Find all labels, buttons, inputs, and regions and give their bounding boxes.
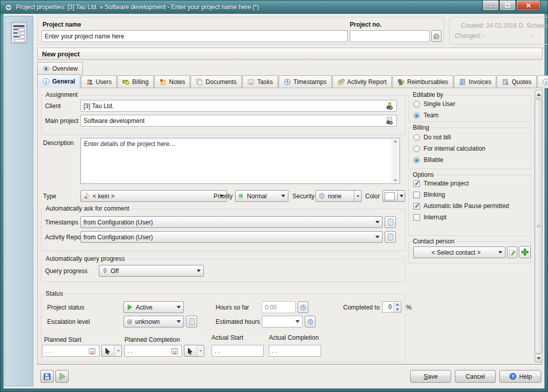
activity-template-button[interactable]	[385, 231, 396, 243]
calendar-icon[interactable]: 12	[88, 347, 96, 355]
add-contact-button[interactable]	[519, 246, 531, 258]
radio-icon[interactable]	[413, 146, 420, 152]
client-field[interactable]: [3] Tau Ltd.	[80, 100, 397, 112]
cancel-button[interactable]: Cancel	[455, 370, 496, 383]
tab-tasks[interactable]: 12 Tasks	[242, 75, 278, 88]
start-timer-button[interactable]	[55, 370, 69, 383]
project-status-dropdown[interactable]: Active	[123, 301, 184, 313]
tab-documents[interactable]: Documents	[191, 75, 242, 88]
progress-legend: Automatically query progress	[44, 255, 127, 262]
completed-spinner[interactable]: 0	[382, 301, 402, 313]
percent-label: %	[406, 304, 412, 311]
timestamps-template-button[interactable]	[385, 216, 396, 228]
scroll-down-icon[interactable]	[393, 179, 397, 182]
estimated-hours-dropdown[interactable]	[262, 316, 303, 327]
generate-number-button[interactable]	[431, 30, 441, 42]
tab-billing[interactable]: Billing	[117, 75, 154, 88]
radio-icon[interactable]	[413, 157, 420, 163]
minimize-button[interactable]	[482, 1, 499, 11]
vertical-scrollbar[interactable]	[534, 90, 543, 363]
escalation-dropdown[interactable]: unknown	[123, 316, 184, 327]
hours-so-far-label: Hours so far	[216, 304, 249, 311]
actual-start-field[interactable]: . .	[212, 345, 264, 357]
help-button[interactable]: ? Help	[499, 370, 541, 383]
security-label: Security	[292, 193, 314, 200]
hours-so-far-input[interactable]: 0:00	[262, 301, 296, 313]
picker-dropdown-arrow[interactable]	[114, 345, 121, 356]
title-bar[interactable]: Project properties: [3] Tau Ltd. » Softw…	[1, 1, 547, 14]
hours-clock-button[interactable]	[298, 301, 308, 313]
project-search-icon[interactable]	[385, 116, 394, 125]
checkbox-icon[interactable]	[413, 192, 420, 198]
radio-single-user[interactable]: Single User	[413, 100, 455, 108]
description-scrollbar[interactable]	[391, 139, 399, 183]
planned-completion-picker-button[interactable]	[184, 345, 204, 357]
main-project-field[interactable]: Software development	[80, 115, 397, 127]
radio-team[interactable]: Team	[413, 112, 438, 119]
checkbox-icon[interactable]	[413, 203, 420, 210]
maximize-button[interactable]	[499, 1, 516, 11]
planned-start-field[interactable]: . . 12	[42, 345, 99, 357]
timestamps-label: Timestamps	[45, 219, 78, 226]
scroll-up-icon[interactable]	[393, 140, 397, 142]
close-button[interactable]	[516, 1, 540, 11]
calendar-icon[interactable]: 12	[171, 347, 179, 355]
tab-activity-report[interactable]: Activity Report	[332, 75, 392, 88]
planned-completion-field[interactable]: . . 12	[124, 345, 182, 357]
checkbox-blinking[interactable]: Blinking	[413, 191, 445, 198]
checkbox-interrupt[interactable]: Interrupt	[413, 214, 447, 221]
changed-text: Changed: -	[455, 32, 485, 39]
spinner-arrows[interactable]	[393, 302, 401, 312]
actual-completion-field[interactable]: . .	[269, 345, 321, 357]
tab-notes[interactable]: Notes	[154, 75, 190, 88]
tab-additional-settings[interactable]: i Additional settings	[537, 75, 548, 88]
scrollbar-up-button[interactable]	[535, 90, 542, 98]
description-textarea[interactable]: Enter details of the project here…	[80, 138, 400, 184]
priority-dropdown[interactable]: Normal	[235, 190, 288, 202]
escalation-template-button[interactable]	[186, 316, 197, 327]
radio-icon[interactable]	[413, 101, 420, 108]
planned-start-picker-button[interactable]	[101, 345, 122, 357]
color-dropdown[interactable]	[383, 190, 405, 202]
radio-internal-calculation[interactable]: For internal calculation	[413, 145, 486, 152]
window-controls	[482, 1, 540, 11]
tab-general[interactable]: i General	[37, 74, 80, 88]
radio-icon[interactable]	[413, 134, 420, 141]
save-button[interactable]: Save	[410, 370, 451, 383]
estimated-clock-button[interactable]	[305, 316, 315, 327]
contact-dropdown[interactable]: < Select contact >	[413, 246, 505, 258]
page-title: New project	[42, 50, 80, 58]
edit-contact-button[interactable]	[507, 246, 517, 258]
tab-reimbursables[interactable]: Reimbursables	[392, 75, 453, 88]
checkbox-icon[interactable]	[413, 180, 420, 187]
picker-dropdown-arrow[interactable]	[197, 345, 204, 356]
radio-billable[interactable]: Billable	[413, 156, 444, 163]
scrollbar-thumb[interactable]	[535, 99, 542, 354]
tab-quotes[interactable]: % Quotes	[497, 75, 537, 88]
radio-icon[interactable]	[413, 112, 420, 119]
checkbox-idle-pause[interactable]: Automatic Idle Pause permitted	[413, 202, 509, 210]
clock-app-icon	[5, 4, 12, 11]
checkbox-icon[interactable]	[413, 214, 420, 221]
save-floppy-icon	[43, 373, 51, 381]
scrollbar-grip	[537, 225, 540, 228]
quick-save-button[interactable]	[40, 370, 54, 383]
chevron-down-icon	[281, 195, 285, 197]
security-dropdown-arrow[interactable]	[354, 191, 361, 201]
tab-overview[interactable]: Overview	[37, 62, 83, 75]
tab-users[interactable]: Users	[81, 75, 117, 88]
activity-comment-dropdown[interactable]: from Configuration (User)	[80, 231, 383, 243]
tab-timestamps[interactable]: Timestamps	[279, 75, 332, 88]
query-progress-dropdown[interactable]: Off	[99, 265, 204, 277]
client-search-icon[interactable]	[385, 101, 394, 110]
color-dropdown-arrow[interactable]	[397, 191, 405, 201]
radio-do-not-bill[interactable]: Do not bill	[413, 134, 451, 141]
security-split-button[interactable]: none	[315, 190, 362, 202]
project-no-input[interactable]	[350, 30, 430, 42]
type-dropdown[interactable]: < kein >	[80, 190, 227, 202]
checkbox-timeable-project[interactable]: Timeable project	[413, 180, 469, 187]
project-name-input[interactable]: Enter your project name here	[41, 30, 348, 42]
tab-invoices[interactable]: Invoices	[454, 75, 496, 88]
timestamps-comment-dropdown[interactable]: from Configuration (User)	[80, 216, 383, 228]
scrollbar-down-button[interactable]	[535, 354, 542, 362]
